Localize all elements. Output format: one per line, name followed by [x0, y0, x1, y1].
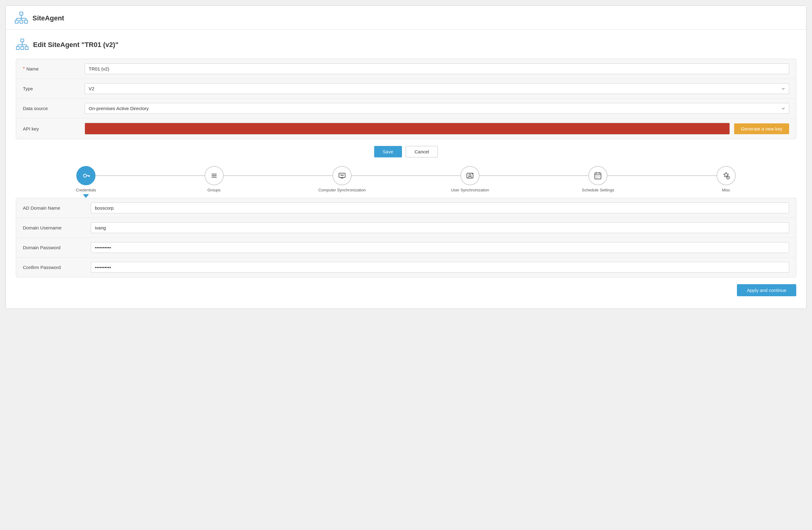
step-active-indicator: [83, 194, 89, 198]
domain-username-row: Domain Username: [16, 218, 796, 238]
app-logo-icon: [15, 12, 28, 25]
step-credentials[interactable]: Credentials: [22, 166, 150, 198]
cancel-button[interactable]: Cancel: [406, 146, 438, 157]
confirm-password-label: Confirm Password: [23, 265, 91, 270]
apikey-value-display: [85, 123, 730, 135]
domain-password-row: Domain Password: [16, 238, 796, 257]
step-schedule-circle: [588, 166, 607, 185]
step-groups[interactable]: Groups: [150, 166, 278, 193]
svg-point-45: [728, 178, 728, 179]
name-label: * Name: [23, 66, 85, 72]
apikey-label: API key: [23, 126, 85, 131]
step-computer-sync-label: Computer Synchronization: [318, 188, 365, 193]
datasource-row: Data source On-premises Active Directory…: [16, 99, 796, 118]
datasource-select[interactable]: On-premises Active Directory Azure Activ…: [85, 103, 789, 114]
step-misc[interactable]: Misc: [662, 166, 790, 193]
apikey-row: API key Generate a new key: [16, 118, 796, 139]
domain-username-label: Domain Username: [23, 225, 91, 231]
app-title: SiteAgent: [32, 14, 64, 22]
svg-rect-3: [25, 20, 28, 23]
confirm-password-row: Confirm Password: [16, 257, 796, 277]
step-user-sync[interactable]: User Synchronization: [406, 166, 534, 193]
main-form-card: * Name Type V2 V1 Data source On-premise…: [16, 59, 796, 139]
svg-rect-10: [16, 47, 19, 50]
misc-icon: [722, 171, 730, 180]
generate-key-button[interactable]: Generate a new key: [734, 123, 789, 134]
ad-domain-input[interactable]: [91, 203, 789, 213]
step-user-sync-circle: [460, 166, 480, 185]
credentials-section: AD Domain Name Domain Username Domain Pa…: [16, 198, 796, 277]
domain-password-input[interactable]: [91, 242, 789, 253]
type-select[interactable]: V2 V1: [85, 83, 789, 94]
datasource-label: Data source: [23, 106, 85, 111]
svg-rect-1: [15, 20, 18, 23]
apply-continue-button[interactable]: Apply and continue: [737, 284, 796, 296]
page-title: Edit SiteAgent "TR01 (v2)": [33, 41, 118, 49]
svg-rect-12: [25, 47, 28, 50]
step-user-sync-label: User Synchronization: [451, 188, 489, 193]
svg-rect-2: [20, 20, 23, 23]
step-computer-sync-circle: [332, 166, 352, 185]
step-misc-label: Misc: [722, 188, 730, 193]
step-schedule[interactable]: Schedule Settings: [534, 166, 662, 193]
step-schedule-label: Schedule Settings: [582, 188, 614, 193]
required-star: *: [23, 66, 25, 72]
svg-rect-0: [20, 12, 23, 15]
computer-sync-icon: [338, 171, 346, 180]
step-groups-label: Groups: [207, 188, 221, 193]
step-misc-circle: [716, 166, 736, 185]
form-action-buttons: Save Cancel: [16, 146, 796, 157]
domain-password-label: Domain Password: [23, 245, 91, 250]
edit-heading-icon: [16, 38, 29, 51]
confirm-password-input[interactable]: [91, 262, 789, 273]
svg-rect-25: [339, 173, 345, 178]
type-row: Type V2 V1: [16, 79, 796, 99]
bottom-actions: Apply and continue: [6, 277, 806, 299]
steps-navigation: Credentials Groups: [16, 166, 796, 198]
step-credentials-circle: [76, 166, 96, 185]
key-icon: [82, 171, 90, 180]
apikey-input-group: Generate a new key: [85, 123, 789, 135]
user-sync-icon: [466, 171, 474, 180]
app-header: SiteAgent: [6, 6, 806, 30]
save-button[interactable]: Save: [374, 146, 402, 157]
ad-domain-row: AD Domain Name: [16, 198, 796, 218]
groups-icon: [210, 171, 218, 180]
type-label: Type: [23, 86, 85, 91]
schedule-icon: [594, 171, 602, 180]
ad-domain-label: AD Domain Name: [23, 205, 91, 211]
svg-rect-9: [21, 39, 24, 42]
svg-rect-11: [21, 47, 24, 50]
step-groups-circle: [205, 166, 224, 185]
step-credentials-label: Credentials: [76, 188, 96, 193]
domain-username-input[interactable]: [91, 222, 789, 233]
svg-point-18: [84, 174, 87, 177]
edit-heading: Edit SiteAgent "TR01 (v2)": [16, 38, 796, 51]
step-computer-sync[interactable]: Computer Synchronization: [278, 166, 406, 193]
name-input[interactable]: [85, 64, 789, 74]
name-row: * Name: [16, 59, 796, 79]
